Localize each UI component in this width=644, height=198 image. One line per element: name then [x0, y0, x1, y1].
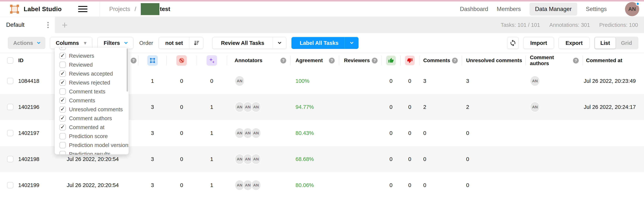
checkbox-unchecked-icon[interactable] [60, 151, 66, 154]
thumb-up-icon [386, 56, 396, 65]
cell-reviews_accepted: 0 [382, 68, 400, 94]
user-avatar-initials: AN [628, 6, 636, 12]
column-header-agreement[interactable]: Agreement? [290, 53, 339, 68]
cell-cancelled_annotations: 0 [166, 94, 197, 120]
columns-label: Columns [56, 40, 79, 46]
column-toggle-comment-authors[interactable]: ✓Comment authors [55, 114, 129, 123]
cell-completed: Jul 26 2022, 20:20:54 [43, 172, 129, 198]
checkbox-checked-icon[interactable]: ✓ [60, 115, 66, 121]
tab-default[interactable]: Default [0, 17, 55, 33]
column-toggle-reviewers[interactable]: ✓Reviewers [55, 51, 129, 60]
actions-button[interactable]: Actions [8, 37, 45, 49]
sort-icon[interactable] [189, 37, 203, 49]
project-name-redaction [141, 3, 160, 15]
filters-button[interactable]: Filters [98, 37, 133, 49]
nav-dashboard[interactable]: Dashboard [460, 6, 488, 12]
checkbox-checked-icon[interactable]: ✓ [60, 53, 66, 59]
refresh-button[interactable] [507, 37, 519, 49]
column-header-comment_authors[interactable]: Comment authors? [526, 53, 583, 68]
row-checkbox[interactable] [7, 104, 14, 110]
checkbox-checked-icon[interactable]: ✓ [60, 124, 66, 130]
column-header-unresolved_comments[interactable]: Unresolved comments [462, 53, 526, 68]
cell-comments: 0 [419, 172, 462, 198]
column-toggle-prediction-model-versions[interactable]: Prediction model versions [55, 141, 129, 150]
checkbox-unchecked-icon[interactable] [60, 88, 66, 95]
hamburger-menu-icon[interactable] [78, 6, 88, 12]
checkbox-checked-icon[interactable]: ✓ [60, 80, 66, 86]
checkbox-unchecked-icon[interactable] [60, 62, 66, 68]
row-checkbox[interactable] [7, 130, 14, 136]
table-row[interactable]: 1402199Jul 26 2022, 20:20:54301ANANAN80.… [0, 172, 644, 198]
columns-button[interactable]: Columns ▼ [50, 37, 92, 49]
column-header-id[interactable]: ID [17, 53, 43, 68]
review-all-tasks-label: Review All Tasks [212, 40, 273, 46]
checkbox-checked-icon[interactable]: ✓ [60, 71, 66, 77]
review-dropdown-caret[interactable] [273, 37, 286, 49]
order-button[interactable]: not set [159, 37, 203, 49]
column-toggle-commented-at[interactable]: ✓Commented at [55, 123, 129, 132]
column-toggle-comments[interactable]: ✓Comments [55, 96, 129, 105]
view-grid-button[interactable]: Grid [616, 40, 638, 46]
nav-data-manager[interactable]: Data Manager [530, 2, 577, 16]
refresh-icon [510, 39, 516, 47]
avatar: AN [251, 180, 261, 191]
column-header-annotators[interactable]: Annotators? [227, 53, 290, 68]
label-dropdown-caret[interactable] [345, 37, 358, 49]
header-divider [100, 1, 100, 17]
checkbox-checked-icon[interactable]: ✓ [60, 106, 66, 112]
column-header-annotations[interactable] [138, 53, 166, 68]
cell-commented_at [583, 146, 644, 172]
label-all-tasks-button[interactable]: Label All Tasks [292, 37, 358, 49]
nav-settings[interactable]: Settings [586, 6, 607, 12]
checkbox-checked-icon[interactable]: ✓ [60, 97, 66, 104]
dropdown-scrollbar-thumb[interactable] [126, 48, 128, 92]
cell-annotators: ANANAN [227, 172, 290, 198]
export-button[interactable]: Export [558, 37, 590, 49]
column-toggle-reviews-accepted[interactable]: ✓Reviews accepted [55, 69, 129, 78]
column-toggle-reviews-rejected[interactable]: ✓Reviews rejected [55, 78, 129, 87]
cell-hidden-column-help [129, 68, 138, 94]
column-header-label: Comments [423, 58, 450, 63]
nav-members[interactable]: Members [497, 6, 521, 12]
column-toggle-prediction-results[interactable]: Prediction results [55, 150, 129, 154]
row-checkbox[interactable] [7, 78, 14, 84]
user-avatar[interactable]: AN [625, 2, 639, 16]
column-header-reviewers[interactable]: Reviewers? [339, 53, 382, 68]
checkbox-icon[interactable]: ✓ [60, 48, 66, 50]
cell-cancelled_annotations: 0 [166, 146, 197, 172]
select-all-checkbox[interactable] [7, 57, 14, 64]
cell-select [0, 68, 17, 94]
project-name: test [160, 6, 170, 12]
view-list-button[interactable]: List [595, 37, 616, 49]
column-toggle-prediction-score[interactable]: Prediction score [55, 132, 129, 141]
import-button[interactable]: Import [523, 37, 554, 49]
cell-comments: 0 [419, 146, 462, 172]
row-checkbox[interactable] [7, 182, 14, 188]
tab-options-kebab-icon[interactable] [46, 21, 50, 29]
review-all-tasks-button[interactable]: Review All Tasks [212, 37, 286, 49]
order-value: not set [159, 40, 189, 46]
column-toggle-label: Comment authors [69, 115, 112, 121]
breadcrumb: Projects / test [109, 3, 170, 15]
checkbox-unchecked-icon[interactable] [60, 142, 66, 148]
column-toggle-clipped[interactable]: ✓ [55, 48, 129, 51]
cell-comments: 2 [419, 94, 462, 120]
column-header-reviews_rejected[interactable] [400, 53, 419, 68]
add-tab-button[interactable]: + [62, 20, 68, 30]
column-header-hidden-column-help[interactable]: ? [129, 53, 138, 68]
cell-value: 0 [466, 156, 469, 162]
column-header-predictions[interactable] [197, 53, 227, 68]
column-toggle-comment-texts[interactable]: Comment texts [55, 87, 129, 96]
column-toggle-unresolved-comments[interactable]: ✓Unresolved comments [55, 105, 129, 114]
avatar: AN [530, 76, 540, 86]
column-header-comments[interactable]: Comments? [419, 53, 462, 68]
cell-value: Jul 26 2022, 20:23:49 [584, 78, 636, 84]
checkbox-unchecked-icon[interactable] [60, 133, 66, 139]
breadcrumb-projects-link[interactable]: Projects [109, 6, 130, 12]
column-header-cancelled_annotations[interactable] [166, 53, 197, 68]
row-checkbox[interactable] [7, 156, 14, 162]
label-studio-logo-icon[interactable] [10, 5, 19, 13]
column-toggle-reviewed[interactable]: Reviewed [55, 60, 129, 69]
column-header-reviews_accepted[interactable] [382, 53, 400, 68]
column-header-commented_at[interactable]: Commented at [583, 53, 644, 68]
